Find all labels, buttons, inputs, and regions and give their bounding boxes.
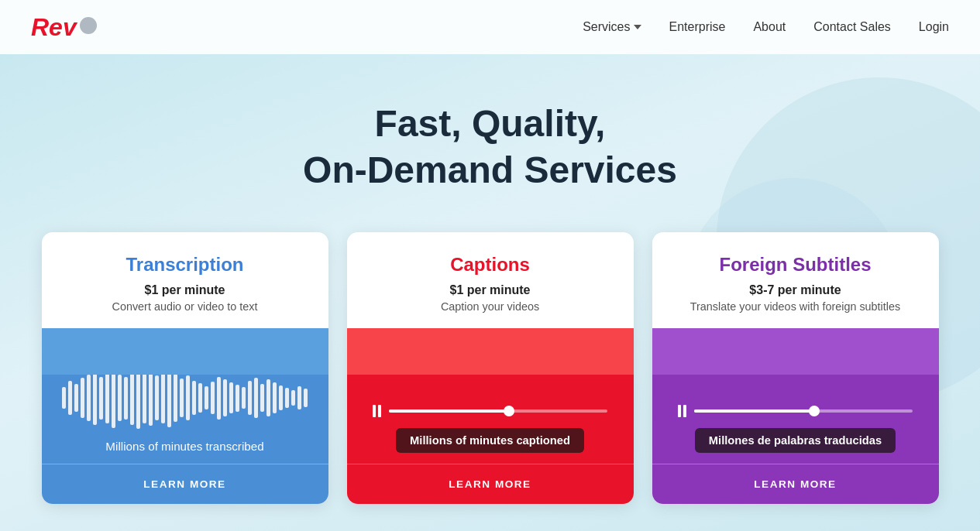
nav-item-about[interactable]: About [753, 20, 786, 34]
waveform-bar [136, 367, 140, 429]
waveform-bar [279, 385, 283, 410]
progress-track[interactable] [389, 409, 607, 413]
hero-title-line2: On-Demand Services [303, 149, 677, 190]
subtitles-progress-thumb [809, 406, 820, 416]
pause-bar-left-s [678, 405, 681, 417]
waveform-bar [174, 374, 177, 422]
transcription-learn-more-button[interactable]: LEARN MORE [42, 464, 328, 504]
hero-heading: Fast, Quality, On-Demand Services [0, 54, 980, 232]
waveform-bar [149, 370, 153, 426]
navbar: Rev Services Enterprise About Contact Sa… [0, 0, 980, 54]
waveform-bar [143, 373, 146, 423]
waveform-bar [260, 384, 264, 412]
progress-fill [389, 409, 509, 413]
wave-lighter-captions [347, 328, 634, 375]
progress-thumb [504, 406, 514, 416]
waveform-bar [229, 382, 233, 413]
services-link[interactable]: Services [583, 20, 641, 34]
waveform-bar [124, 377, 128, 420]
subtitles-progress-fill [694, 409, 814, 413]
nav-links: Services Enterprise About Contact Sales … [583, 20, 949, 34]
waveform-bar [205, 386, 208, 409]
waveform-bar [236, 385, 239, 412]
chevron-down-icon [634, 25, 641, 29]
captions-card: Captions $1 per minute Caption your vide… [347, 232, 634, 504]
nav-item-login[interactable]: Login [919, 20, 949, 34]
subtitles-stat-badge: Millones de palabras traducidas [695, 428, 896, 453]
login-link[interactable]: Login [919, 20, 949, 33]
waveform-bar [217, 377, 221, 420]
contact-sales-link[interactable]: Contact Sales [813, 20, 891, 33]
subtitles-desc: Translate your videos with foreign subti… [671, 300, 920, 313]
nav-item-services[interactable]: Services [583, 20, 641, 34]
waveform-bar [192, 381, 196, 415]
waveform-bar [186, 375, 190, 420]
waveform-bar [81, 378, 84, 418]
subtitles-learn-more-button[interactable]: LEARN MORE [652, 464, 939, 504]
waveform-bar [223, 379, 227, 416]
captions-learn-more-button[interactable]: LEARN MORE [347, 464, 634, 504]
waveform-bar [254, 378, 258, 418]
pause-bar-left [373, 405, 376, 417]
waveform-bar [99, 377, 103, 420]
pause-bar-right-s [683, 405, 686, 417]
waveform-bar [161, 372, 165, 423]
logo-dot [80, 17, 97, 34]
captions-title: Captions [366, 254, 615, 276]
transcription-desc: Convert audio or video to text [60, 300, 310, 313]
waveform-bar [285, 388, 289, 408]
pause-icon [373, 405, 381, 417]
waveform-bar [155, 375, 159, 420]
hero-title: Fast, Quality, On-Demand Services [15, 101, 965, 194]
enterprise-link[interactable]: Enterprise [669, 20, 726, 33]
transcription-card-top: Transcription $1 per minute Convert audi… [42, 232, 328, 328]
waveform-bar [87, 375, 91, 421]
waveform-bar [130, 371, 134, 425]
transcription-stat: Millions of minutes transcribed [105, 440, 263, 453]
captions-stat-badge: Millions of minutes captioned [396, 428, 584, 453]
waveform-bar [198, 383, 202, 413]
subtitles-progress-track[interactable] [694, 409, 913, 413]
logo-text: Rev [31, 15, 77, 39]
captions-desc: Caption your videos [366, 300, 615, 313]
wave-lighter [42, 328, 328, 375]
nav-item-contact-sales[interactable]: Contact Sales [813, 20, 891, 34]
waveform-bar [68, 381, 72, 415]
about-link[interactable]: About [753, 20, 786, 33]
waveform-bar [62, 387, 66, 409]
transcription-price: $1 per minute [60, 283, 310, 297]
waveform-bar [180, 379, 184, 417]
pause-icon-subtitles [678, 405, 686, 417]
waveform-bar [273, 382, 277, 413]
waveform [53, 367, 317, 429]
subtitles-visual: Millones de palabras traducidas [652, 328, 939, 464]
waveform-bar [74, 384, 78, 412]
transcription-title: Transcription [60, 254, 310, 276]
subtitles-card: Foreign Subtitles $3-7 per minute Transl… [652, 232, 939, 504]
waveform-bar [112, 368, 115, 428]
captions-visual: Millions of minutes captioned [347, 328, 634, 464]
captions-price: $1 per minute [366, 283, 615, 297]
waveform-bar [248, 381, 252, 415]
waveform-bar [118, 375, 122, 421]
waveform-bar [297, 386, 301, 409]
subtitles-card-top: Foreign Subtitles $3-7 per minute Transl… [652, 232, 939, 328]
wave-lighter-subtitles [652, 328, 939, 375]
transcription-visual: Millions of minutes transcribed [42, 328, 328, 464]
subtitles-title: Foreign Subtitles [671, 254, 920, 276]
waveform-bar [266, 379, 270, 416]
waveform-bar [242, 387, 246, 409]
subtitles-price: $3-7 per minute [671, 283, 920, 297]
waveform-bar [105, 373, 109, 423]
nav-item-enterprise[interactable]: Enterprise [669, 20, 726, 34]
waveform-bar [291, 390, 295, 406]
logo[interactable]: Rev [31, 15, 97, 39]
captions-card-top: Captions $1 per minute Caption your vide… [347, 232, 634, 328]
waveform-bar [93, 371, 97, 425]
subtitles-player-control [678, 405, 913, 417]
services-label: Services [583, 20, 630, 34]
waveform-bar [304, 389, 308, 407]
hero-section: Fast, Quality, On-Demand Services Transc… [0, 54, 980, 531]
captions-player-control [373, 405, 607, 417]
hero-title-line1: Fast, Quality, [375, 103, 606, 144]
